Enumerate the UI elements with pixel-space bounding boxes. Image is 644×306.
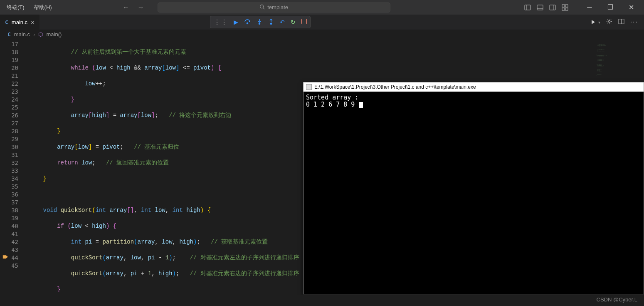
svg-rect-10: [562, 8, 565, 10]
debug-toolbar[interactable]: ⋮⋮ ▶ ↶ ↻: [210, 16, 311, 28]
layout-sidebar-right-icon[interactable]: [549, 4, 556, 11]
line-number: 43: [0, 246, 18, 254]
svg-point-17: [608, 20, 610, 22]
svg-point-12: [247, 22, 248, 24]
chevron-right-icon: ›: [33, 31, 35, 37]
line-number: 25: [0, 104, 18, 112]
status-bar: [0, 295, 644, 306]
nav-arrows: ← →: [120, 3, 147, 12]
svg-line-1: [263, 7, 264, 9]
line-number: 38: [0, 206, 18, 214]
split-editor-icon[interactable]: [618, 18, 624, 26]
close-button[interactable]: ✕: [622, 1, 641, 14]
stop-icon[interactable]: [301, 19, 307, 25]
editor-actions: ▾ ···: [591, 15, 644, 30]
menu-help[interactable]: 帮助(H): [30, 2, 55, 13]
layout-panel-icon[interactable]: [537, 4, 543, 11]
line-number: 36: [0, 191, 18, 199]
line-number: 19: [0, 56, 18, 64]
console-window[interactable]: E:\1.WorkSpace\1.Project\3.Other Project…: [303, 82, 644, 294]
tab-label: main.c: [12, 19, 27, 25]
console-title-text: E:\1.WorkSpace\1.Project\3.Other Project…: [314, 84, 476, 90]
step-out-icon[interactable]: [268, 19, 274, 26]
nav-back-icon[interactable]: ←: [120, 3, 132, 12]
line-number: 40: [0, 222, 18, 230]
svg-rect-2: [525, 5, 530, 10]
layout-sidebar-left-icon[interactable]: [524, 4, 531, 11]
settings-gear-icon[interactable]: [606, 18, 612, 26]
line-number: 39: [0, 214, 18, 222]
more-actions-icon[interactable]: ···: [630, 18, 638, 26]
exe-icon: [306, 84, 312, 90]
line-number: 28: [0, 127, 18, 135]
svg-rect-11: [565, 8, 568, 10]
window-controls: ─ ❐ ✕: [580, 1, 641, 14]
line-number: 34: [0, 175, 18, 183]
svg-point-16: [271, 23, 272, 24]
search-icon: [259, 4, 265, 11]
line-number: 33: [0, 167, 18, 175]
line-number: 21: [0, 72, 18, 80]
svg-point-0: [260, 5, 264, 8]
title-bar: 终端(T) 帮助(H) ← → template ─ ❐ ✕: [0, 0, 644, 15]
line-number: 27: [0, 119, 18, 127]
menu-terminal[interactable]: 终端(T): [3, 2, 28, 13]
line-number: 29: [0, 135, 18, 143]
line-number: 23: [0, 88, 18, 96]
line-number: 41: [0, 230, 18, 238]
tab-close-icon[interactable]: ×: [31, 19, 35, 26]
line-number: 42: [0, 238, 18, 246]
svg-rect-4: [537, 5, 543, 10]
console-titlebar[interactable]: E:\1.WorkSpace\1.Project\3.Other Project…: [303, 82, 644, 92]
tab-bar: C main.c × ⋮⋮ ▶ ↶ ↻ ▾ ···: [0, 15, 644, 30]
svg-rect-9: [565, 5, 568, 7]
nav-forward-icon[interactable]: →: [135, 3, 147, 12]
line-number: 18: [0, 48, 18, 56]
line-number: 17: [0, 40, 18, 48]
line-number: 22: [0, 80, 18, 88]
line-number: 30: [0, 143, 18, 151]
layout-customize-icon[interactable]: [562, 4, 568, 11]
line-number: 20: [0, 64, 18, 72]
execution-pointer-icon: [2, 254, 8, 260]
line-number: 35: [0, 183, 18, 191]
cursor-icon: [359, 102, 363, 108]
drag-handle-icon[interactable]: ⋮⋮: [214, 18, 228, 26]
command-center[interactable]: template: [158, 2, 390, 12]
line-number: 26: [0, 112, 18, 119]
line-number: 37: [0, 199, 18, 206]
tab-main-c[interactable]: C main.c ×: [0, 15, 40, 30]
step-back-icon[interactable]: ↶: [280, 19, 285, 25]
step-over-icon[interactable]: [244, 19, 251, 26]
svg-rect-6: [550, 5, 555, 10]
minimize-button[interactable]: ─: [580, 1, 599, 14]
watermark: CSDN @Cyber.L: [597, 296, 637, 303]
breadcrumb-file[interactable]: main.c: [14, 31, 30, 37]
restart-icon[interactable]: ↻: [291, 19, 296, 25]
c-file-icon: C: [5, 19, 8, 25]
maximize-button[interactable]: ❐: [601, 1, 620, 14]
breadcrumb[interactable]: C main.c › ⬡ main(): [0, 30, 644, 39]
step-into-icon[interactable]: [257, 19, 262, 26]
breadcrumb-symbol[interactable]: main(): [46, 31, 62, 37]
symbol-method-icon: ⬡: [38, 31, 43, 37]
line-number: 45: [0, 262, 18, 270]
line-number-gutter: 17 18 19 20 21 22 23 24 25 26 27 28 29 3…: [0, 39, 26, 295]
continue-icon[interactable]: ▶: [234, 19, 238, 25]
console-output: Sorted array : 0 1 2 6 7 8 9: [303, 92, 644, 108]
run-debug-icon[interactable]: ▾: [591, 19, 600, 25]
line-number: 32: [0, 159, 18, 167]
titlebar-right-icons: ─ ❐ ✕: [524, 1, 641, 14]
line-number: 31: [0, 151, 18, 159]
search-placeholder: template: [267, 4, 288, 10]
line-number: 24: [0, 96, 18, 104]
c-file-icon: C: [7, 31, 11, 37]
svg-point-14: [259, 23, 260, 24]
svg-rect-8: [562, 5, 565, 7]
